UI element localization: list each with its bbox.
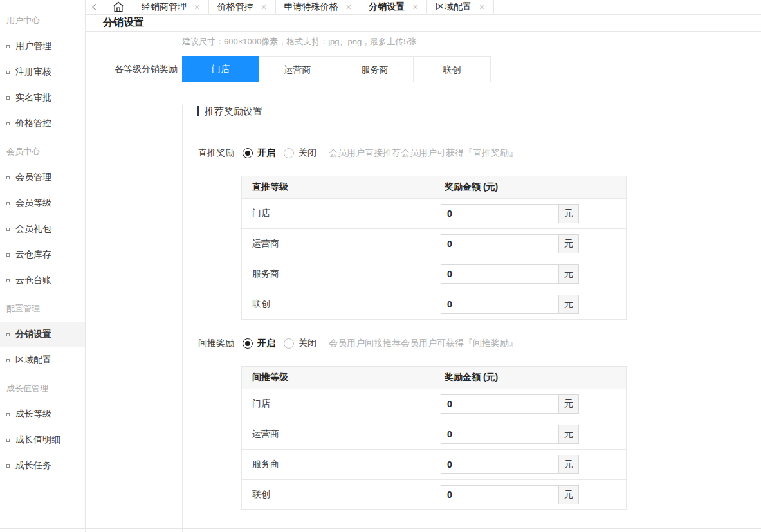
page-tabbar: 经销商管理 × 价格管控 × 申请特殊价格 × 分销设置 × 区域配置 ×: [86, 0, 761, 15]
square-bullet-icon: [6, 413, 10, 416]
sidebar: 用户中心 用户管理 注册审核 实名审批 价格管控 会员中心 会员管理: [0, 0, 86, 532]
table-row: 服务商 元: [242, 259, 627, 289]
direct-reward-radio-on[interactable]: 开启: [243, 147, 275, 159]
amount-input-group: 元: [441, 485, 626, 504]
sidebar-item-label: 会员礼包: [15, 223, 51, 235]
level-cell: 门店: [242, 389, 434, 419]
amount-cell: 元: [434, 480, 627, 510]
tab-special-price-apply[interactable]: 申请特殊价格 ×: [276, 0, 361, 14]
sidebar-item-member-gift[interactable]: 会员礼包: [0, 216, 85, 242]
sidebar-item-label: 分销设置: [15, 329, 51, 340]
tab-distribution-settings[interactable]: 分销设置 ×: [360, 0, 427, 14]
level-tab-operator[interactable]: 运营商: [259, 56, 336, 82]
direct-reward-table: 直推等级 奖励金额 (元) 门店 元 运营商: [241, 176, 627, 320]
square-bullet-icon: [6, 176, 10, 179]
close-icon[interactable]: ×: [194, 2, 200, 12]
close-icon[interactable]: ×: [479, 2, 485, 12]
sidebar-item-member-management[interactable]: 会员管理: [0, 165, 85, 190]
tab-region-config[interactable]: 区域配置 ×: [427, 0, 494, 14]
reward-amount-input[interactable]: [441, 425, 559, 444]
sidebar-item-growth-level[interactable]: 成长等级: [0, 401, 85, 427]
close-icon[interactable]: ×: [346, 2, 352, 12]
square-bullet-icon: [6, 464, 10, 468]
reward-amount-input[interactable]: [441, 234, 559, 253]
tab-price-control[interactable]: 价格管控 ×: [209, 0, 276, 14]
square-bullet-icon: [6, 279, 10, 282]
sidebar-item-growth-value-detail[interactable]: 成长值明细: [0, 427, 85, 453]
reward-amount-input[interactable]: [441, 295, 559, 314]
unit-addon: 元: [559, 204, 579, 223]
sidebar-item-label: 实名审批: [15, 92, 51, 104]
home-icon: [112, 1, 125, 14]
amount-cell: 元: [434, 389, 627, 419]
page-header: 分销设置: [86, 15, 761, 32]
sidebar-item-price-control[interactable]: 价格管控: [0, 111, 85, 136]
amount-input-group: 元: [441, 455, 626, 474]
indirect-reward-hint: 会员用户间接推荐会员用户可获得『间推奖励』: [329, 338, 518, 349]
square-bullet-icon: [6, 359, 10, 362]
sidebar-item-label: 用户管理: [15, 41, 51, 52]
sidebar-item-cloud-warehouse-ledger[interactable]: 云仓台账: [0, 268, 85, 293]
sidebar-item-cloud-warehouse-stock[interactable]: 云仓库存: [0, 242, 85, 268]
amount-cell: 元: [434, 289, 627, 320]
sidebar-item-label: 云仓台账: [15, 275, 51, 286]
table-row: 运营商 元: [242, 229, 627, 259]
reward-amount-input[interactable]: [441, 264, 559, 284]
level-cell: 运营商: [242, 229, 434, 259]
amount-cell: 元: [434, 419, 627, 450]
level-tab-lianchuang[interactable]: 联创: [414, 56, 491, 82]
sidebar-section-title: 成长值管理: [0, 376, 85, 401]
level-tab-store[interactable]: 门店: [182, 56, 259, 82]
sidebar-item-region-config[interactable]: 区域配置: [0, 347, 85, 373]
sidebar-item-label: 注册审核: [15, 66, 51, 78]
level-cell: 门店: [242, 199, 434, 229]
radio-off-label: 关闭: [298, 147, 316, 159]
indirect-reward-radio-on[interactable]: 开启: [243, 338, 275, 349]
table-header-row: 间推等级 奖励金额 (元): [242, 367, 627, 389]
tab-dealer-management[interactable]: 经销商管理 ×: [133, 0, 209, 14]
close-icon[interactable]: ×: [412, 2, 418, 12]
table-row: 门店 元: [242, 199, 627, 229]
reward-amount-input[interactable]: [441, 455, 559, 474]
sidebar-item-member-level[interactable]: 会员等级: [0, 190, 85, 216]
close-icon[interactable]: ×: [261, 2, 267, 12]
column-header-amount: 奖励金额 (元): [434, 176, 627, 199]
table-row: 门店 元: [242, 389, 627, 419]
main-area: 经销商管理 × 价格管控 × 申请特殊价格 × 分销设置 × 区域配置 × 分销…: [86, 0, 761, 532]
radio-on-label: 开启: [257, 338, 275, 349]
chevron-left-icon: [91, 3, 98, 11]
app-window: 用户中心 用户管理 注册审核 实名审批 价格管控 会员中心 会员管理: [0, 0, 761, 532]
sidebar-item-realname-approval[interactable]: 实名审批: [0, 85, 85, 111]
indirect-reward-radio-off[interactable]: 关闭: [284, 338, 316, 349]
back-button[interactable]: [86, 0, 104, 14]
level-cell: 服务商: [242, 450, 434, 480]
sidebar-item-user-management[interactable]: 用户管理: [0, 33, 85, 59]
sidebar-section-growth-management: 成长值管理 成长等级 成长值明细 成长任务: [0, 376, 85, 479]
amount-cell: 元: [434, 450, 627, 480]
home-button[interactable]: [104, 0, 133, 14]
direct-reward-radio-off[interactable]: 关闭: [284, 147, 316, 159]
radio-on-label: 开启: [257, 147, 275, 159]
sidebar-item-growth-task[interactable]: 成长任务: [0, 453, 85, 479]
indirect-reward-table: 间推等级 奖励金额 (元) 门店 元 运营商: [241, 366, 627, 510]
amount-cell: 元: [434, 199, 627, 229]
tab-label: 分销设置: [369, 1, 405, 13]
sidebar-item-registration-review[interactable]: 注册审核: [0, 59, 85, 85]
radio-checked-icon: [243, 338, 253, 349]
level-tab-service-provider[interactable]: 服务商: [336, 56, 414, 82]
sidebar-item-label: 区域配置: [15, 354, 51, 366]
reward-amount-input[interactable]: [441, 204, 559, 223]
upload-hint-text: 建议尺寸：600×1000像素，格式支持：jpg、png，最多上传5张: [182, 36, 761, 48]
square-bullet-icon: [6, 45, 10, 48]
sidebar-item-distribution-settings[interactable]: 分销设置: [0, 322, 85, 347]
amount-cell: 元: [434, 229, 627, 259]
unit-addon: 元: [559, 425, 579, 444]
reward-amount-input[interactable]: [441, 394, 559, 414]
reward-amount-input[interactable]: [441, 485, 559, 504]
sidebar-item-label: 成长值明细: [15, 434, 60, 446]
sidebar-item-label: 价格管控: [15, 118, 51, 129]
content-bottom-divider: [0, 528, 761, 529]
radio-unchecked-icon: [284, 338, 294, 349]
column-header-amount: 奖励金额 (元): [434, 367, 627, 389]
table-row: 服务商 元: [242, 450, 627, 480]
